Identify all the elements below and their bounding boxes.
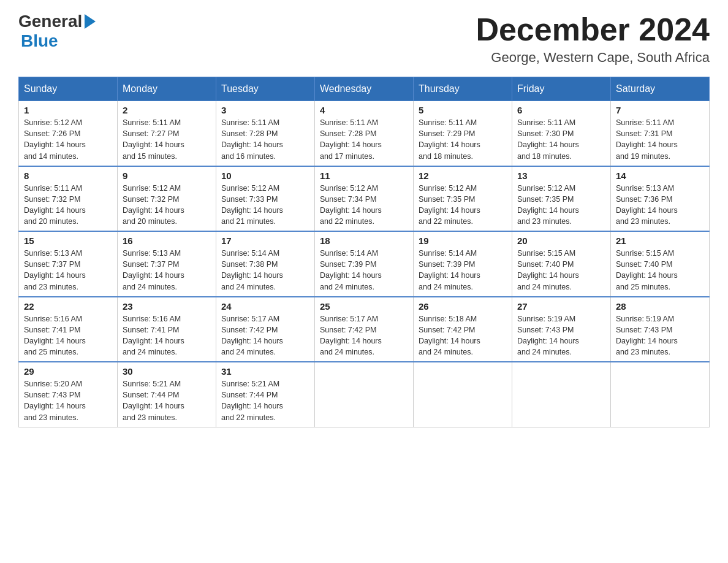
day-info: Sunrise: 5:12 AM Sunset: 7:35 PM Dayligh… <box>419 183 507 228</box>
title-block: December 2024 George, Western Cape, Sout… <box>476 12 710 66</box>
table-row: 20 Sunrise: 5:15 AM Sunset: 7:40 PM Dayl… <box>512 231 611 297</box>
table-row: 28 Sunrise: 5:19 AM Sunset: 7:43 PM Dayl… <box>611 297 710 362</box>
table-row: 22 Sunrise: 5:16 AM Sunset: 7:41 PM Dayl… <box>19 297 118 362</box>
header-wednesday: Wednesday <box>315 77 414 101</box>
day-number: 7 <box>616 105 704 115</box>
table-row: 17 Sunrise: 5:14 AM Sunset: 7:38 PM Dayl… <box>216 231 315 297</box>
day-number: 14 <box>616 170 704 181</box>
calendar-title: December 2024 <box>476 12 710 47</box>
day-number: 17 <box>221 236 309 246</box>
table-row <box>512 362 611 427</box>
day-info: Sunrise: 5:17 AM Sunset: 7:42 PM Dayligh… <box>221 313 309 358</box>
table-row: 4 Sunrise: 5:11 AM Sunset: 7:28 PM Dayli… <box>315 101 414 166</box>
day-number: 16 <box>123 236 211 246</box>
table-row: 18 Sunrise: 5:14 AM Sunset: 7:39 PM Dayl… <box>315 231 414 297</box>
day-info: Sunrise: 5:18 AM Sunset: 7:42 PM Dayligh… <box>419 313 507 358</box>
header-friday: Friday <box>512 77 611 101</box>
day-info: Sunrise: 5:12 AM Sunset: 7:32 PM Dayligh… <box>123 183 211 228</box>
day-number: 27 <box>517 301 605 312</box>
header-monday: Monday <box>118 77 216 101</box>
day-number: 31 <box>221 366 309 377</box>
table-row: 14 Sunrise: 5:13 AM Sunset: 7:36 PM Dayl… <box>611 166 710 232</box>
table-row: 10 Sunrise: 5:12 AM Sunset: 7:33 PM Dayl… <box>216 166 315 232</box>
table-row: 29 Sunrise: 5:20 AM Sunset: 7:43 PM Dayl… <box>19 362 118 427</box>
calendar-week-1: 1 Sunrise: 5:12 AM Sunset: 7:26 PM Dayli… <box>19 101 710 166</box>
table-row <box>315 362 414 427</box>
table-row: 30 Sunrise: 5:21 AM Sunset: 7:44 PM Dayl… <box>118 362 216 427</box>
day-number: 4 <box>320 105 408 115</box>
day-info: Sunrise: 5:12 AM Sunset: 7:35 PM Dayligh… <box>517 183 605 228</box>
day-info: Sunrise: 5:11 AM Sunset: 7:27 PM Dayligh… <box>123 117 211 162</box>
calendar-week-2: 8 Sunrise: 5:11 AM Sunset: 7:32 PM Dayli… <box>19 166 710 232</box>
day-info: Sunrise: 5:11 AM Sunset: 7:28 PM Dayligh… <box>320 117 408 162</box>
day-number: 8 <box>24 170 112 181</box>
logo: General Blue <box>18 12 96 51</box>
table-row: 16 Sunrise: 5:13 AM Sunset: 7:37 PM Dayl… <box>118 231 216 297</box>
day-info: Sunrise: 5:16 AM Sunset: 7:41 PM Dayligh… <box>24 313 112 358</box>
day-number: 1 <box>24 105 112 115</box>
day-number: 22 <box>24 301 112 312</box>
day-info: Sunrise: 5:15 AM Sunset: 7:40 PM Dayligh… <box>616 248 704 293</box>
day-number: 5 <box>419 105 507 115</box>
calendar-week-5: 29 Sunrise: 5:20 AM Sunset: 7:43 PM Dayl… <box>19 362 710 427</box>
day-info: Sunrise: 5:14 AM Sunset: 7:38 PM Dayligh… <box>221 248 309 293</box>
day-number: 11 <box>320 170 408 181</box>
day-info: Sunrise: 5:11 AM Sunset: 7:28 PM Dayligh… <box>221 117 309 162</box>
table-row: 23 Sunrise: 5:16 AM Sunset: 7:41 PM Dayl… <box>118 297 216 362</box>
header-saturday: Saturday <box>611 77 710 101</box>
day-info: Sunrise: 5:12 AM Sunset: 7:26 PM Dayligh… <box>24 117 112 162</box>
day-number: 24 <box>221 301 309 312</box>
day-number: 19 <box>419 236 507 246</box>
day-info: Sunrise: 5:11 AM Sunset: 7:31 PM Dayligh… <box>616 117 704 162</box>
table-row: 5 Sunrise: 5:11 AM Sunset: 7:29 PM Dayli… <box>414 101 512 166</box>
table-row: 9 Sunrise: 5:12 AM Sunset: 7:32 PM Dayli… <box>118 166 216 232</box>
day-number: 12 <box>419 170 507 181</box>
table-row: 27 Sunrise: 5:19 AM Sunset: 7:43 PM Dayl… <box>512 297 611 362</box>
table-row: 3 Sunrise: 5:11 AM Sunset: 7:28 PM Dayli… <box>216 101 315 166</box>
calendar-table: Sunday Monday Tuesday Wednesday Thursday… <box>18 77 710 427</box>
day-info: Sunrise: 5:14 AM Sunset: 7:39 PM Dayligh… <box>419 248 507 293</box>
day-number: 2 <box>123 105 211 115</box>
day-number: 20 <box>517 236 605 246</box>
header-tuesday: Tuesday <box>216 77 315 101</box>
calendar-week-4: 22 Sunrise: 5:16 AM Sunset: 7:41 PM Dayl… <box>19 297 710 362</box>
calendar-header-row: Sunday Monday Tuesday Wednesday Thursday… <box>19 77 710 101</box>
table-row: 19 Sunrise: 5:14 AM Sunset: 7:39 PM Dayl… <box>414 231 512 297</box>
page-header: General Blue December 2024 George, Weste… <box>18 12 710 66</box>
table-row: 31 Sunrise: 5:21 AM Sunset: 7:44 PM Dayl… <box>216 362 315 427</box>
table-row <box>611 362 710 427</box>
calendar-subtitle: George, Western Cape, South Africa <box>476 50 710 66</box>
table-row: 7 Sunrise: 5:11 AM Sunset: 7:31 PM Dayli… <box>611 101 710 166</box>
day-number: 21 <box>616 236 704 246</box>
day-info: Sunrise: 5:13 AM Sunset: 7:37 PM Dayligh… <box>24 248 112 293</box>
table-row: 2 Sunrise: 5:11 AM Sunset: 7:27 PM Dayli… <box>118 101 216 166</box>
day-number: 13 <box>517 170 605 181</box>
table-row: 12 Sunrise: 5:12 AM Sunset: 7:35 PM Dayl… <box>414 166 512 232</box>
table-row: 8 Sunrise: 5:11 AM Sunset: 7:32 PM Dayli… <box>19 166 118 232</box>
day-info: Sunrise: 5:13 AM Sunset: 7:36 PM Dayligh… <box>616 183 704 228</box>
table-row: 25 Sunrise: 5:17 AM Sunset: 7:42 PM Dayl… <box>315 297 414 362</box>
calendar-week-3: 15 Sunrise: 5:13 AM Sunset: 7:37 PM Dayl… <box>19 231 710 297</box>
day-info: Sunrise: 5:15 AM Sunset: 7:40 PM Dayligh… <box>517 248 605 293</box>
day-info: Sunrise: 5:21 AM Sunset: 7:44 PM Dayligh… <box>123 378 211 423</box>
day-info: Sunrise: 5:20 AM Sunset: 7:43 PM Dayligh… <box>24 378 112 423</box>
day-number: 23 <box>123 301 211 312</box>
day-number: 30 <box>123 366 211 377</box>
day-number: 18 <box>320 236 408 246</box>
day-info: Sunrise: 5:19 AM Sunset: 7:43 PM Dayligh… <box>616 313 704 358</box>
day-number: 29 <box>24 366 112 377</box>
day-info: Sunrise: 5:13 AM Sunset: 7:37 PM Dayligh… <box>123 248 211 293</box>
table-row: 21 Sunrise: 5:15 AM Sunset: 7:40 PM Dayl… <box>611 231 710 297</box>
day-number: 26 <box>419 301 507 312</box>
table-row: 1 Sunrise: 5:12 AM Sunset: 7:26 PM Dayli… <box>19 101 118 166</box>
day-info: Sunrise: 5:14 AM Sunset: 7:39 PM Dayligh… <box>320 248 408 293</box>
day-info: Sunrise: 5:12 AM Sunset: 7:34 PM Dayligh… <box>320 183 408 228</box>
table-row: 15 Sunrise: 5:13 AM Sunset: 7:37 PM Dayl… <box>19 231 118 297</box>
day-info: Sunrise: 5:11 AM Sunset: 7:30 PM Dayligh… <box>517 117 605 162</box>
table-row: 26 Sunrise: 5:18 AM Sunset: 7:42 PM Dayl… <box>414 297 512 362</box>
day-info: Sunrise: 5:11 AM Sunset: 7:32 PM Dayligh… <box>24 183 112 228</box>
day-info: Sunrise: 5:21 AM Sunset: 7:44 PM Dayligh… <box>221 378 309 423</box>
logo-arrow-icon <box>85 14 96 29</box>
header-sunday: Sunday <box>19 77 118 101</box>
day-number: 9 <box>123 170 211 181</box>
